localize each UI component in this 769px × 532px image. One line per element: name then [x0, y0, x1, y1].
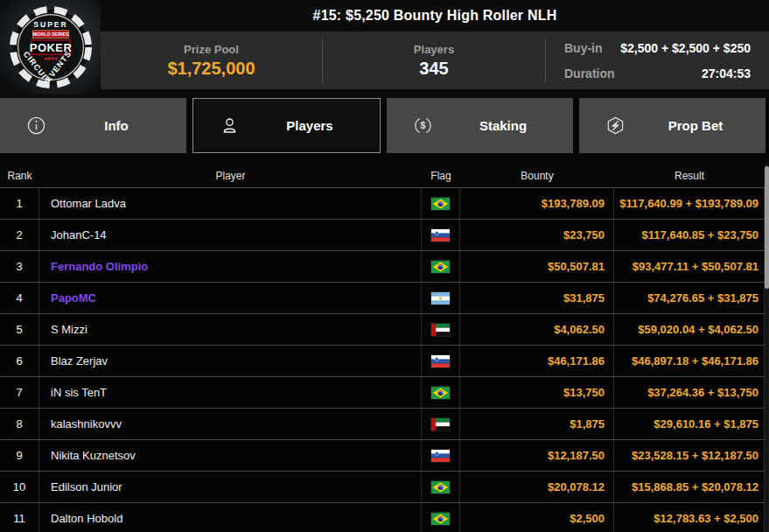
- result-cell: $15,868.85 + $20,078.12: [614, 472, 765, 502]
- bounty-cell: $4,062.50: [460, 314, 614, 345]
- table-body: 1 Ottomar Ladva $193,789.09 $117,640.99 …: [0, 188, 769, 532]
- player-name[interactable]: Nikita Kuznetsov: [39, 440, 422, 471]
- flag-brazil-icon: [431, 198, 450, 210]
- player-name[interactable]: S Mizzi: [39, 314, 422, 345]
- flag-slovenia-icon: [431, 450, 450, 462]
- flag-cell: [422, 188, 460, 219]
- result-column-header: Result: [614, 170, 765, 182]
- player-column-header: Player: [39, 170, 422, 182]
- player-name[interactable]: PapoMC: [39, 283, 422, 313]
- result-cell: $46,897.18 + $46,171.86: [614, 346, 765, 376]
- rank-cell: 7: [0, 377, 39, 408]
- flag-cell: [422, 220, 460, 250]
- table-row[interactable]: 9 Nikita Kuznetsov $12,187.50 $23,528.15…: [0, 440, 769, 472]
- player-name[interactable]: Fernando Olimpio: [39, 251, 422, 282]
- player-name[interactable]: iN sis TenT: [39, 377, 422, 408]
- duration-row: Duration 27:04:53: [564, 66, 751, 80]
- buyin-value: $2,500 + $2,500 + $250: [620, 41, 751, 55]
- player-name[interactable]: Ottomar Ladva: [39, 188, 422, 219]
- table-row[interactable]: 5 S Mizzi $4,062.50 $59,020.04 + $4,062.…: [0, 314, 769, 346]
- table-row[interactable]: 6 Blaz Zerjav $46,171.86 $46,897.18 + $4…: [0, 346, 769, 377]
- flag-argentina-icon: [431, 292, 450, 304]
- result-cell: $93,477.11 + $50,507.81: [614, 251, 765, 282]
- flag-slovenia-icon: [431, 355, 450, 368]
- flag-cell: [422, 409, 460, 439]
- flag-cell: [422, 377, 460, 408]
- tab-staking-label: Staking: [433, 118, 573, 133]
- players-icon: [220, 116, 240, 136]
- rank-cell: 4: [0, 283, 39, 313]
- flag-cell: [422, 503, 460, 532]
- flag-cell: [422, 440, 460, 471]
- logo-banner-text: WORLD SERIES: [32, 32, 69, 37]
- table-row[interactable]: 2 JohanC-14 $23,750 $117,640.85 + $23,75…: [0, 220, 769, 251]
- tab-prop-bet[interactable]: Prop Bet: [579, 98, 766, 153]
- flag-column-header: Flag: [422, 170, 460, 182]
- prize-pool-stat: Prize Pool $1,725,000: [101, 32, 322, 89]
- table-row[interactable]: 10 Edilson Junior $20,078.12 $15,868.85 …: [0, 472, 769, 503]
- bounty-cell: $1,875: [460, 409, 614, 439]
- rank-cell: 6: [0, 346, 39, 376]
- table-row[interactable]: 3 Fernando Olimpio $50,507.81 $93,477.11…: [0, 251, 769, 283]
- flag-uae-icon: [431, 324, 450, 336]
- tab-players-label: Players: [240, 118, 380, 133]
- tab-players[interactable]: Players: [192, 98, 381, 153]
- table-row[interactable]: 7 iN sis TenT $13,750 $37,264.36 + $13,7…: [0, 377, 769, 409]
- bounty-cell: $23,750: [460, 220, 614, 250]
- players-stat: Players 345: [323, 32, 545, 89]
- result-cell: $37,264.36 + $13,750: [614, 377, 765, 408]
- tab-info[interactable]: Info: [0, 98, 186, 153]
- flag-cell: [422, 346, 460, 376]
- rank-cell: 9: [0, 440, 39, 471]
- player-name[interactable]: JohanC-14: [39, 220, 422, 250]
- rank-cell: 3: [0, 251, 39, 282]
- bounty-column-header: Bounty: [460, 170, 614, 182]
- flag-cell: [422, 283, 460, 313]
- flag-brazil-icon: [431, 387, 450, 399]
- table-row[interactable]: 4 PapoMC $31,875 $74,276.65 + $31,875: [0, 283, 769, 314]
- scrollbar-thumb[interactable]: [765, 166, 769, 289]
- tab-info-label: Info: [46, 118, 186, 133]
- result-cell: $23,528.15 + $12,187.50: [614, 440, 765, 471]
- table-header: Rank Player Flag Bounty Result: [0, 164, 769, 188]
- bounty-cell: $31,875: [460, 283, 614, 313]
- rank-cell: 5: [0, 314, 39, 345]
- duration-value: 27:04:53: [702, 66, 751, 80]
- bounty-cell: $13,750: [460, 377, 614, 408]
- player-name[interactable]: Blaz Zerjav: [39, 346, 422, 376]
- staking-icon: $: [413, 116, 433, 136]
- player-name[interactable]: Dalton Hobold: [39, 503, 422, 532]
- rank-column-header: Rank: [0, 170, 39, 182]
- flag-brazil-icon: [431, 481, 450, 494]
- table-row[interactable]: 11 Dalton Hobold $2,500 $12,783.63 + $2,…: [0, 503, 769, 532]
- result-cell: $59,020.04 + $4,062.50: [614, 314, 765, 345]
- wsop-logo: SUPER WORLD SERIES POKER ♠♣♥♦ CIRCUIT EV…: [0, 0, 101, 94]
- flag-cell: [422, 314, 460, 345]
- tab-staking[interactable]: $ Staking: [387, 98, 573, 153]
- players-value: 345: [419, 59, 448, 79]
- players-label: Players: [414, 43, 454, 56]
- prize-pool-label: Prize Pool: [184, 43, 239, 56]
- rank-cell: 2: [0, 220, 39, 250]
- table-row[interactable]: 1 Ottomar Ladva $193,789.09 $117,640.99 …: [0, 188, 769, 220]
- flag-brazil-icon: [431, 261, 450, 273]
- title-bar: #15: $5,250 Bounty High Roller NLH: [101, 0, 769, 32]
- player-name[interactable]: kalashnikovvv: [39, 409, 422, 439]
- result-cell: $117,640.99 + $193,789.09: [614, 188, 765, 219]
- bounty-cell: $20,078.12: [460, 472, 614, 502]
- bounty-cell: $12,187.50: [460, 440, 614, 471]
- results-table: Rank Player Flag Bounty Result 1 Ottomar…: [0, 164, 769, 532]
- flag-uae-icon: [431, 418, 450, 430]
- stats-bar: Prize Pool $1,725,000 Players 345 Buy-in…: [101, 32, 769, 89]
- scrollbar-track[interactable]: [765, 164, 769, 532]
- table-row[interactable]: 8 kalashnikovvv $1,875 $29,610.16 + $1,8…: [0, 409, 769, 440]
- logo-super-text: SUPER: [33, 20, 67, 29]
- svg-text:$: $: [421, 120, 426, 130]
- prize-pool-value: $1,725,000: [167, 59, 255, 79]
- flag-brazil-icon: [431, 513, 450, 525]
- bounty-cell: $50,507.81: [460, 251, 614, 282]
- bounty-cell: $2,500: [460, 503, 614, 532]
- flag-cell: [422, 472, 460, 502]
- player-name[interactable]: Edilson Junior: [39, 472, 422, 502]
- buyin-label: Buy-in: [564, 41, 603, 55]
